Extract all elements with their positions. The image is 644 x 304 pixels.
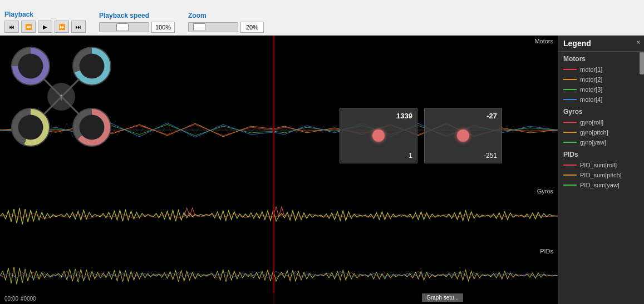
legend-group-pids: PIDs [558,147,644,160]
motor-dot-1 [372,129,385,142]
legend-close-button[interactable]: × [636,38,641,47]
skip-start-button[interactable]: ⏮ [4,21,19,33]
speed-value: 100% [151,22,175,33]
motor-top-right-inner [80,54,105,79]
motors-section-label: Motors [534,38,553,44]
motor-box-2-top-value: -27 [486,112,497,120]
drone-arrow-icon: ↑ [59,91,64,103]
zoom-slider-thumb[interactable] [193,23,205,31]
motor-box-2-bottom-value: -251 [484,152,497,160]
pid-yaw-label: PID_sum[yaw] [580,182,620,188]
playback-section: Playback ⏮ ⏪ ▶ ⏩ ⏭ [4,11,86,33]
legend-item-motor1[interactable]: motor[1] [558,64,644,74]
play-button[interactable]: ▶ [38,21,52,33]
motor2-label: motor[2] [580,76,602,83]
zoom-label: Zoom [188,12,264,19]
speed-slider[interactable] [99,22,149,32]
motor1-label: motor[1] [580,66,602,73]
legend-title: Legend [558,36,644,52]
motor2-color-bar [563,79,577,80]
legend-group-gyros: Gyros [558,104,644,117]
toolbar: Playback ⏮ ⏪ ▶ ⏩ ⏭ Playback speed 100% Z… [0,0,644,36]
pid-pitch-color-bar [563,175,577,176]
motor1-color-bar [563,69,577,70]
legend-item-gyro-yaw[interactable]: gyro[yaw] [558,137,644,147]
prev-frame-button[interactable]: ⏪ [21,21,36,33]
playback-speed-label: Playback speed [99,12,175,19]
motor-box-1: 1339 1 [340,108,417,163]
zoom-controls: 20% [188,22,264,33]
legend-group-motors: Motors [558,52,644,64]
skip-end-button[interactable]: ⏭ [71,21,86,33]
pid-roll-label: PID_sum[roll] [580,162,617,168]
speed-controls: 100% [99,22,175,33]
motor-box-1-top-value: 1339 [396,112,412,120]
legend-scrollbar-thumb[interactable] [640,52,644,74]
motor-top-left-inner [18,54,43,79]
pid-pitch-label: PID_sum[pitch] [580,172,622,178]
pids-section-label: PIDs [540,248,553,255]
gyro-roll-color-bar [563,122,577,123]
next-frame-button[interactable]: ⏩ [55,21,69,33]
playback-speed-section: Playback speed 100% [99,12,175,33]
speed-slider-thumb[interactable] [116,23,129,31]
legend-item-pid-roll[interactable]: PID_sum[roll] [558,160,644,170]
legend-item-gyro-roll[interactable]: gyro[roll] [558,117,644,127]
legend-item-pid-yaw[interactable]: PID_sum[yaw] [558,180,644,190]
legend-item-motor3[interactable]: motor[3] [558,84,644,94]
motor4-label: motor[4] [580,96,602,103]
pid-yaw-color-bar [563,185,577,186]
motor-dot-2 [457,129,469,142]
time-display: 00:00 [4,296,18,302]
legend-item-motor4[interactable]: motor[4] [558,94,644,104]
main-area: ↑ Motors 1339 [0,36,644,304]
legend-item-gyro-pitch[interactable]: gyro[pitch] [558,127,644,137]
legend-item-motor2[interactable]: motor[2] [558,74,644,84]
zoom-slider[interactable] [188,22,238,32]
gyro-pitch-color-bar [563,132,577,133]
drone-display: ↑ [6,41,117,152]
gyros-section-label: Gyros [537,188,553,195]
motor-box-2: -27 -251 [424,108,502,163]
motor-box-1-bottom-value: 1 [409,152,412,160]
motor-bottom-right-inner [80,115,105,140]
frame-number: #0000 [21,296,36,302]
visualization-area: ↑ Motors 1339 [0,36,558,304]
gyro-roll-label: gyro[roll] [580,119,603,126]
gyro-yaw-label: gyro[yaw] [580,139,606,146]
gyros-waveform-section: Gyros [0,186,558,247]
zoom-section: Zoom 20% [188,12,264,33]
playback-label: Playback [4,11,86,18]
motor3-label: motor[3] [580,86,602,93]
zoom-value: 20% [240,22,264,33]
gyro-yaw-color-bar [563,142,577,143]
legend-item-pid-pitch[interactable]: PID_sum[pitch] [558,170,644,180]
status-bar: 00:00 #0000 Graph setu... [0,293,558,304]
pid-roll-color-bar [563,165,577,166]
gyros-waveform-svg [0,186,558,247]
legend-panel: Legend × Motors motor[1] motor[2] motor[… [558,36,644,304]
motor-value-boxes: 1339 1 -27 -251 [340,108,502,163]
drone-body: ↑ [47,83,75,111]
gyro-pitch-label: gyro[pitch] [580,129,608,136]
motor-bottom-left-inner [18,115,43,140]
playback-controls: ⏮ ⏪ ▶ ⏩ ⏭ [4,21,86,33]
motor3-color-bar [563,89,577,90]
legend-content: Motors motor[1] motor[2] motor[3] motor[… [558,52,644,190]
playback-position-line [273,36,274,304]
motor4-color-bar [563,99,577,100]
graph-setup-button[interactable]: Graph setu... [422,293,463,302]
